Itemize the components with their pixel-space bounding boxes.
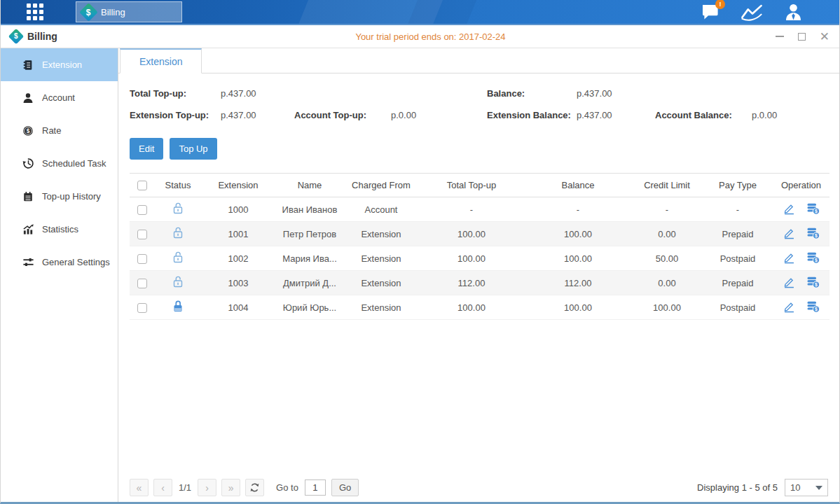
edit-button[interactable]: Edit [130,138,163,160]
col-total-topup: Total Top-up [418,174,525,197]
topup-coins-icon[interactable]: $ [806,251,820,264]
close-button[interactable]: ✕ [820,33,829,41]
person-icon [22,92,34,104]
col-operation: Operation [773,174,829,197]
apps-grid-icon[interactable] [27,4,43,20]
table-row[interactable]: 1002 Мария Ива... Extension 100.00 100.0… [130,246,829,271]
bar-chart-icon [22,223,34,235]
sidebar-item-label: Top-up History [42,191,101,202]
locked-icon [172,300,184,313]
sidebar-item-scheduled-task[interactable]: Scheduled Task [1,147,118,180]
col-extension: Extension [201,174,275,197]
messages-icon[interactable]: ! [701,4,719,20]
cell-pay-type: Postpaid [703,295,773,320]
cell-total-topup: 100.00 [418,246,525,271]
tab-extension[interactable]: Extension [120,48,202,74]
go-to-page-input[interactable] [305,479,326,496]
cell-name: Дмитрий Д... [275,271,344,295]
cell-credit-limit: 0.00 [631,222,703,246]
row-checkbox[interactable] [137,279,147,288]
topup-coins-icon[interactable]: $ [806,300,820,313]
edit-pencil-icon[interactable] [783,227,795,239]
account-balance-value: p.0.00 [752,110,777,120]
next-page-button[interactable]: › [198,479,216,496]
table-row[interactable]: 1001 Петр Петров Extension 100.00 100.00… [130,222,829,246]
main-content: Extension Total Top-up: p.437.00 Extensi… [118,48,839,502]
page-size-select[interactable]: 10 [785,479,828,496]
cell-credit-limit: 0.00 [631,271,703,295]
edit-pencil-icon[interactable] [783,251,795,264]
edit-pencil-icon[interactable] [783,202,795,215]
minimize-button[interactable] [776,36,784,37]
extension-balance-value: p.437.00 [577,110,655,120]
cell-pay-type: Prepaid [703,222,773,246]
col-status: Status [155,174,201,197]
notification-badge: ! [715,0,725,9]
svg-text:$: $ [815,258,818,263]
table-row[interactable]: 1000 Иван Иванов Account - - - - $ [130,197,829,222]
dollar-coin-icon: $ [22,125,34,136]
col-balance: Balance [525,174,631,197]
go-button[interactable]: Go [331,479,359,496]
maximize-button[interactable] [798,33,806,41]
toolbar: Edit Top Up [118,126,839,160]
prev-page-button[interactable]: ‹ [153,479,172,496]
sidebar: Extension Account $ Rate [1,48,118,502]
notebook-icon [22,191,34,202]
top-up-button[interactable]: Top Up [170,138,216,160]
sidebar-item-general-settings[interactable]: General Settings [1,246,118,279]
cell-extension: 1003 [201,271,275,295]
col-pay-type: Pay Type [703,174,773,197]
row-checkbox[interactable] [137,230,147,239]
table-header-row: Status Extension Name Charged From Total… [130,174,829,197]
cell-total-topup: - [418,197,525,222]
row-checkbox[interactable] [137,254,147,264]
table-row[interactable]: 1003 Дмитрий Д... Extension 112.00 112.0… [130,271,829,295]
cell-balance: - [525,197,631,222]
resource-monitor-icon[interactable] [741,4,763,21]
cell-credit-limit: - [631,197,703,222]
billing-diamond-icon: $ [8,29,25,45]
last-page-button[interactable]: » [221,479,240,496]
edit-pencil-icon[interactable] [783,300,795,313]
balance-label: Balance: [487,88,577,99]
extension-topup-label: Extension Top-up: [130,110,221,120]
sidebar-item-label: Scheduled Task [42,158,106,169]
sidebar-item-account[interactable]: Account [1,81,118,114]
cell-total-topup: 100.00 [418,295,525,320]
address-book-icon [22,59,34,71]
row-checkbox[interactable] [137,303,147,313]
cell-charged-from: Extension [344,222,418,246]
svg-text:$: $ [815,233,818,239]
select-all-checkbox[interactable] [137,181,147,190]
go-to-label: Go to [276,482,298,493]
col-charged-from: Charged From [344,174,418,197]
table-body: 1000 Иван Иванов Account - - - - $ [130,197,829,320]
topup-coins-icon[interactable]: $ [806,202,820,215]
sidebar-item-topup-history[interactable]: Top-up History [1,180,118,213]
page-indicator: 1/1 [179,482,191,493]
refresh-button[interactable] [245,479,264,496]
sidebar-item-rate[interactable]: $ Rate [1,114,118,147]
topbar-app-tab-label: Billing [101,7,125,18]
sidebar-item-label: General Settings [42,257,110,267]
topup-coins-icon[interactable]: $ [806,276,820,288]
topbar-app-tab-billing[interactable]: $ Billing [76,1,182,22]
total-topup-label: Total Top-up: [130,88,221,99]
cell-credit-limit: 100.00 [631,295,703,320]
extension-topup-value: p.437.00 [221,110,294,120]
sidebar-item-extension[interactable]: Extension [1,48,118,81]
extension-table: Status Extension Name Charged From Total… [130,173,829,320]
billing-diamond-icon: $ [79,3,98,22]
first-page-button[interactable]: « [130,479,149,496]
topup-coins-icon[interactable]: $ [806,227,820,239]
row-checkbox[interactable] [137,205,147,215]
table-row[interactable]: 1004 Юрий Юрь... Extension 100.00 100.00… [130,295,829,320]
edit-pencil-icon[interactable] [783,276,795,288]
svg-text:$: $ [815,282,818,288]
trial-notice: Your trial period ends on: 2017-02-24 [130,31,731,42]
cell-extension: 1002 [201,246,275,271]
sidebar-item-statistics[interactable]: Statistics [1,213,118,246]
user-icon[interactable] [784,3,803,21]
stats-summary: Total Top-up: p.437.00 Extension Top-up:… [118,74,839,126]
